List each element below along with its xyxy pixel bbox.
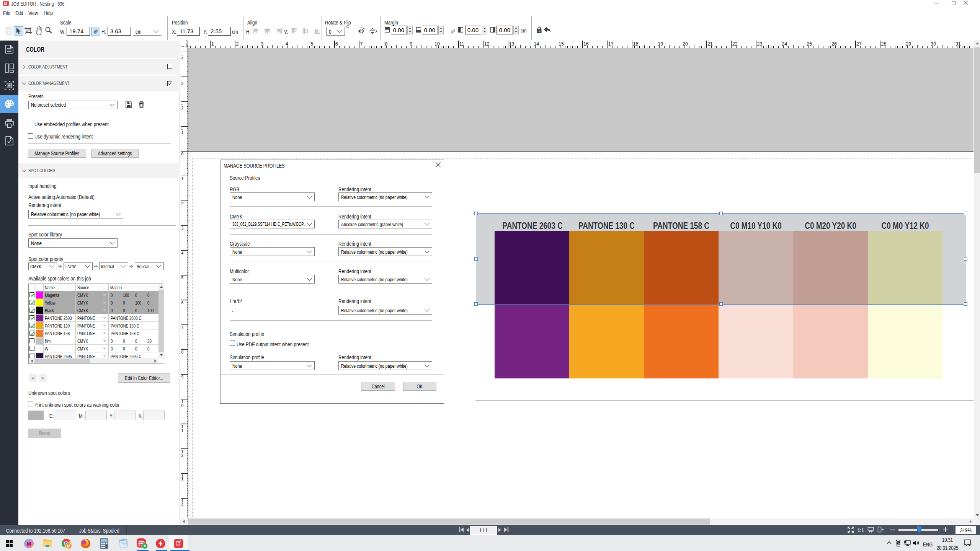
svg-text:M: M (27, 541, 31, 547)
svg-text:M: M (67, 544, 70, 548)
